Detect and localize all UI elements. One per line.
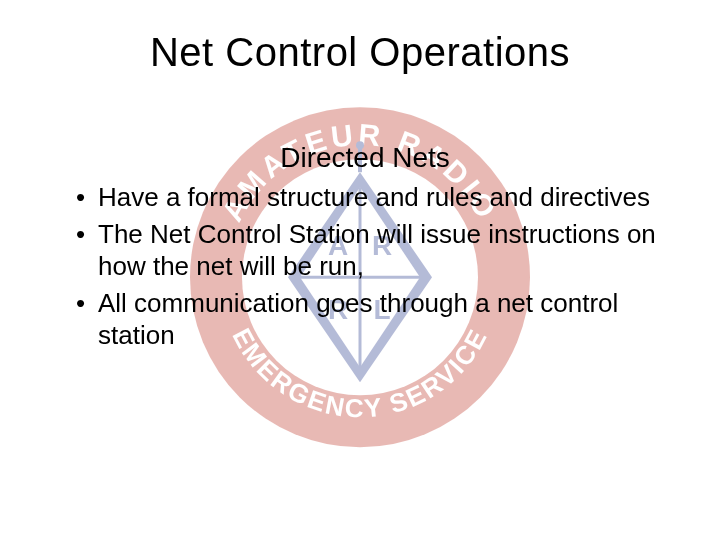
list-item: All communication goes through a net con… — [70, 287, 660, 352]
list-item: The Net Control Station will issue instr… — [70, 218, 660, 283]
slide-subtitle: Directed Nets — [70, 140, 660, 175]
list-item: Have a formal structure and rules and di… — [70, 181, 660, 214]
slide-content: Directed Nets Have a formal structure an… — [70, 140, 660, 356]
slide: AMATEUR RADIO EMERGENCY SERVICE A R R L … — [0, 0, 720, 540]
slide-title: Net Control Operations — [0, 30, 720, 75]
bullet-list: Have a formal structure and rules and di… — [70, 181, 660, 352]
